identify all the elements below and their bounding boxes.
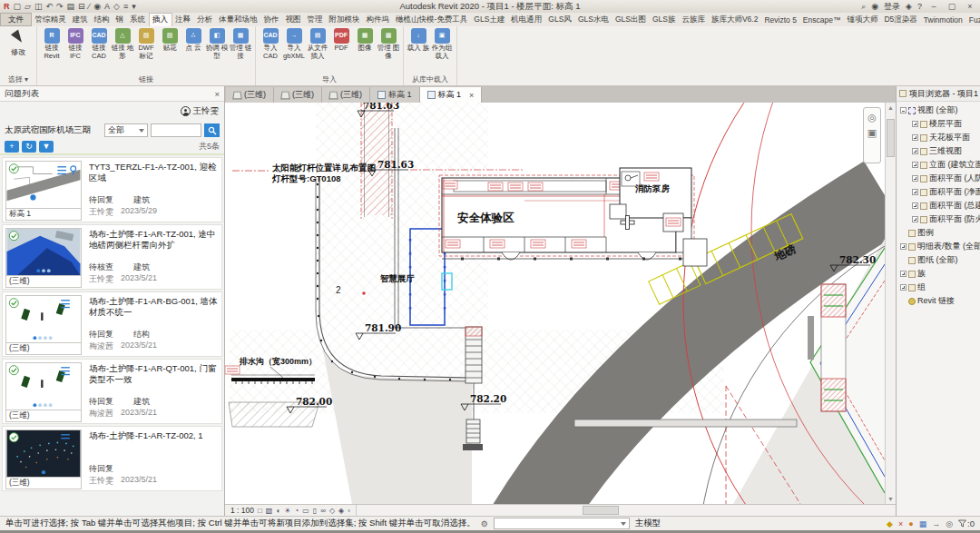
ribbon-tab[interactable]: GLS土建 bbox=[471, 13, 508, 26]
restore-button[interactable]: ▢ bbox=[946, 2, 958, 11]
issues-close-icon[interactable]: × bbox=[214, 89, 220, 99]
app-store-icon[interactable]: ◈ bbox=[906, 2, 912, 11]
qat-icon[interactable]: ↷ bbox=[56, 1, 64, 13]
qat-icon[interactable]: ≡ bbox=[123, 1, 128, 13]
ribbon-tab[interactable]: 插入 bbox=[149, 13, 172, 26]
ribbon-button[interactable]: ∴ 点 云 bbox=[181, 27, 205, 53]
active-workset-select[interactable] bbox=[494, 518, 630, 529]
tree-item[interactable]: 面积平面 (防火分区面积) bbox=[897, 212, 980, 226]
ribbon-tab[interactable]: 系统 bbox=[127, 13, 149, 26]
ribbon-button[interactable]: ▦ 图像 bbox=[353, 27, 377, 53]
qat-icon[interactable]: ⊟ bbox=[78, 1, 85, 13]
qat-icon[interactable]: ◇ bbox=[113, 1, 120, 13]
ribbon-tab[interactable]: 附加模块 bbox=[326, 13, 363, 26]
tree-item[interactable]: 视图 (全部) bbox=[897, 104, 980, 117]
ribbon-button[interactable]: IFC 链接 IFC bbox=[64, 27, 87, 60]
ribbon-tab[interactable]: 族库大师V6.2 bbox=[708, 13, 761, 26]
horizontal-scrollbar[interactable] bbox=[356, 505, 896, 516]
ribbon-tab[interactable]: GLS族 bbox=[649, 13, 679, 26]
view-control-icon[interactable]: ∞ bbox=[320, 507, 326, 515]
minimize-button[interactable]: – bbox=[927, 2, 940, 11]
ribbon-tab[interactable]: 视图 bbox=[282, 13, 304, 26]
issue-search-button[interactable] bbox=[204, 123, 220, 137]
ribbon-tab[interactable]: 机电通用 bbox=[508, 13, 545, 26]
tree-item[interactable]: 楼层平面 bbox=[897, 117, 980, 131]
list-item[interactable]: (三维) 场布-土护降-F1-AR-TZ-001, 途中地磅两侧栏杆需向外扩 待… bbox=[2, 224, 222, 290]
tree-item[interactable]: 面积平面 (人防分区面积) bbox=[897, 172, 980, 185]
design-option-label[interactable]: 主模型 bbox=[635, 518, 662, 529]
list-item[interactable]: (三维) 场布-土护降-F1-AR-TZ-002, 1 待回复 王怜雯2023/… bbox=[2, 426, 222, 491]
help-icon[interactable]: ? bbox=[917, 2, 922, 11]
tree-expander[interactable] bbox=[912, 121, 918, 127]
ribbon-button[interactable]: CAD 链接 CAD bbox=[87, 27, 111, 60]
qat-icon[interactable]: A bbox=[104, 1, 110, 13]
worksharing-display-icon[interactable]: ◆ bbox=[887, 519, 893, 528]
qat-icon[interactable]: ▱ bbox=[24, 1, 31, 13]
tree-item[interactable]: 天花板平面 bbox=[897, 131, 980, 144]
view-tab[interactable]: (三维) bbox=[274, 87, 322, 103]
view-tab[interactable]: (三维) bbox=[322, 87, 370, 103]
ribbon-tab[interactable]: GLS风 bbox=[545, 13, 575, 26]
tree-expander[interactable] bbox=[912, 216, 918, 222]
zoom-icon[interactable]: ▣ bbox=[867, 127, 877, 139]
ribbon-button[interactable]: PDF PDF bbox=[329, 27, 353, 53]
qat-icon[interactable]: ◉ bbox=[93, 1, 101, 13]
ribbon-button[interactable]: ▣ 作为组 载入 bbox=[430, 27, 454, 60]
tree-expander[interactable] bbox=[912, 162, 918, 168]
modify-button[interactable]: 修改 bbox=[3, 27, 34, 57]
tree-expander[interactable] bbox=[912, 189, 918, 195]
exclude-options-icon[interactable]: × bbox=[898, 519, 903, 528]
ribbon-tab[interactable]: 协作 bbox=[260, 13, 282, 26]
scrollbar-thumb[interactable] bbox=[887, 119, 895, 157]
file-tab[interactable]: 文件 bbox=[0, 13, 32, 26]
tree-expander[interactable] bbox=[912, 148, 918, 154]
tree-item[interactable]: 组 bbox=[897, 281, 980, 294]
view-control-icon[interactable]: ◐ bbox=[276, 507, 280, 515]
view-control-icon[interactable]: ▧ bbox=[266, 507, 273, 515]
qat-icon[interactable]: ↶ bbox=[45, 1, 53, 13]
tree-expander[interactable] bbox=[900, 284, 906, 291]
ribbon-tab[interactable]: 体量和场地 bbox=[216, 13, 261, 26]
qat-icon[interactable]: ▢ bbox=[14, 1, 22, 13]
editable-only-icon[interactable]: ● bbox=[908, 519, 913, 528]
tree-expander[interactable] bbox=[900, 107, 906, 114]
tree-expander[interactable] bbox=[912, 175, 918, 182]
add-issue-button[interactable]: + bbox=[5, 141, 19, 153]
view-control-icon[interactable]: ◔ bbox=[294, 507, 299, 515]
ribbon-tab[interactable]: Fuzor Plugin bbox=[965, 13, 980, 26]
ribbon-button[interactable]: ◧ 协调 模型 bbox=[205, 27, 229, 60]
ribbon-button[interactable]: CAD 导入 CAD bbox=[259, 27, 282, 60]
view-control-icon[interactable]: ◈ bbox=[338, 507, 344, 515]
select-panel-label[interactable]: 选择 ▾ bbox=[3, 74, 34, 85]
ribbon-button[interactable]: R 链接 Revit bbox=[40, 27, 64, 60]
view-control-icon[interactable]: ▭ bbox=[302, 507, 309, 515]
ribbon-tab[interactable]: 云族库 bbox=[679, 13, 709, 26]
ribbon-button[interactable]: → 导入 gbXML bbox=[282, 27, 306, 60]
drag-on-selection-icon[interactable]: ◎ bbox=[946, 519, 953, 528]
scroll-up-icon[interactable]: ▲ bbox=[886, 103, 896, 113]
qat-icon[interactable]: ▤ bbox=[67, 1, 75, 13]
close-button[interactable]: × bbox=[964, 2, 976, 11]
ribbon-tab[interactable]: 结构 bbox=[91, 13, 113, 26]
tree-item[interactable]: 明细表/数量 (全部) bbox=[897, 240, 980, 253]
ribbon-tab[interactable]: 建筑 bbox=[69, 13, 91, 26]
floor-plan-canvas[interactable]: 地磅 bbox=[225, 103, 885, 504]
scroll-down-icon[interactable]: ▼ bbox=[886, 494, 896, 504]
tree-expander[interactable] bbox=[900, 271, 906, 277]
ribbon-tab[interactable]: GLS水电 bbox=[574, 13, 612, 26]
qat-icon[interactable]: ∕ bbox=[89, 1, 91, 13]
ribbon-button[interactable]: ↓ 载入 族 bbox=[407, 27, 430, 53]
view-control-icon[interactable]: ‹ bbox=[348, 507, 350, 515]
tree-item[interactable]: 立面 (建筑立面) bbox=[897, 158, 980, 172]
tree-item[interactable]: 三维视图 bbox=[897, 144, 980, 158]
ribbon-tab[interactable]: Enscape™ bbox=[799, 13, 844, 26]
ribbon-button[interactable]: ▤ 从文件 插入 bbox=[306, 27, 329, 60]
ribbon-tab[interactable]: 钢 bbox=[113, 13, 127, 26]
vertical-scrollbar[interactable]: ▲ ▼ bbox=[885, 103, 896, 504]
ribbon-tab[interactable]: 构件坞 bbox=[363, 13, 393, 26]
steering-wheel-icon[interactable]: ◎ bbox=[867, 112, 877, 123]
tree-item[interactable]: 族 bbox=[897, 267, 980, 281]
list-item[interactable]: (三维) 场布-土护降-F1-AR-BG-001, 墙体材质不统一 待回复结构 … bbox=[2, 291, 222, 357]
ribbon-tab[interactable]: 注释 bbox=[172, 13, 194, 26]
list-item[interactable]: 标高 1 TYT3_TERZL-F1-A-TZ-001, 迎检区域 待回复建筑 … bbox=[2, 157, 222, 222]
